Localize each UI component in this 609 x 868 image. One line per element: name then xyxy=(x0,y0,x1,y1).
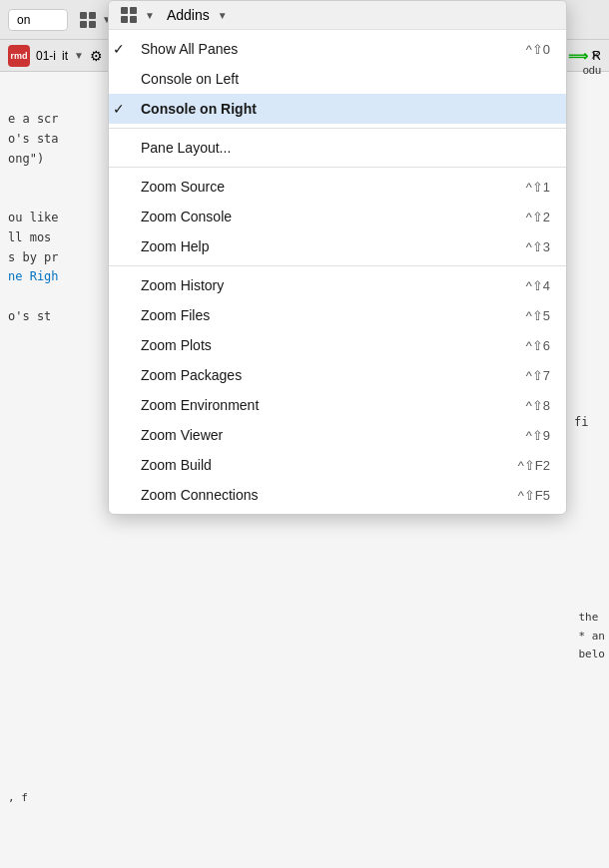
editor-line-6: ou like xyxy=(8,209,59,228)
editor-line-2: o's sta xyxy=(8,130,59,150)
menu-label-zoom-packages: Zoom Packages xyxy=(125,367,506,383)
check-show-all-panes: ✓ xyxy=(113,41,125,57)
shortcut-zoom-console: ^⇧2 xyxy=(526,210,550,224)
menu-label-zoom-viewer: Zoom Viewer xyxy=(125,427,506,443)
shortcut-zoom-packages: ^⇧7 xyxy=(526,368,550,383)
dropdown-grid-chevron[interactable]: ▼ xyxy=(145,10,155,21)
right-line-2: * an xyxy=(579,628,606,647)
shortcut-zoom-source: ^⇧1 xyxy=(526,180,550,195)
menu-item-zoom-build[interactable]: Zoom Build ^⇧F2 xyxy=(109,450,566,480)
menu-label-zoom-connections: Zoom Connections xyxy=(125,487,498,503)
shortcut-zoom-help: ^⇧3 xyxy=(526,239,550,254)
editor-line-8: s by pr xyxy=(8,248,59,268)
separator-3 xyxy=(109,265,566,266)
editor-line-1: e a scr xyxy=(8,110,59,130)
file-tab-label: 01-i xyxy=(36,49,56,63)
menu-label-zoom-history: Zoom History xyxy=(125,277,506,293)
shortcut-zoom-viewer: ^⇧9 xyxy=(526,428,550,443)
dropdown-addins-chevron[interactable]: ▼ xyxy=(218,10,228,21)
menu-item-zoom-help[interactable]: Zoom Help ^⇧3 xyxy=(109,231,566,261)
menu-item-show-all-panes[interactable]: ✓ Show All Panes ^⇧0 xyxy=(109,34,566,64)
editor-line-7: ll mos xyxy=(8,228,59,248)
menu-label-zoom-plots: Zoom Plots xyxy=(125,337,506,353)
menu-item-zoom-connections[interactable]: Zoom Connections ^⇧F5 xyxy=(109,480,566,510)
editor-content: e a scr o's sta ong") ou like ll mos s b… xyxy=(8,110,59,327)
menu-item-pane-layout[interactable]: Pane Layout... xyxy=(109,133,566,163)
shortcut-zoom-environment: ^⇧8 xyxy=(526,398,550,413)
right-arrow-icon: ⟹ xyxy=(568,48,588,64)
menu-label-console-on-left: Console on Left xyxy=(125,71,550,87)
menu-label-zoom-source: Zoom Source xyxy=(125,179,506,195)
shortcut-zoom-plots: ^⇧6 xyxy=(526,338,550,353)
shortcut-zoom-build: ^⇧F2 xyxy=(518,458,550,473)
shortcut-show-all-panes: ^⇧0 xyxy=(526,42,550,57)
bottom-line-1: , f xyxy=(8,789,28,808)
editor-line-3: ong") xyxy=(8,150,59,170)
separator-2 xyxy=(109,167,566,168)
menu-label-zoom-build: Zoom Build xyxy=(125,457,498,473)
menu-item-zoom-source[interactable]: Zoom Source ^⇧1 xyxy=(109,172,566,202)
dropdown-grid-icon[interactable] xyxy=(121,7,137,23)
menu-label-zoom-console: Zoom Console xyxy=(125,209,506,224)
editor-line-5 xyxy=(8,189,59,209)
editor-line-9: ne Righ xyxy=(8,267,59,287)
menu-label-zoom-help: Zoom Help xyxy=(125,238,506,254)
right-sub-label: odu xyxy=(583,64,601,76)
shortcut-zoom-connections: ^⇧F5 xyxy=(518,488,550,503)
menu-label-zoom-files: Zoom Files xyxy=(125,307,506,323)
right-line-3: belo xyxy=(579,646,606,664)
menu-item-zoom-environment[interactable]: Zoom Environment ^⇧8 xyxy=(109,390,566,420)
menu-label-show-all-panes: Show All Panes xyxy=(125,41,506,57)
dropdown-menu: ▼ Addins ▼ ✓ Show All Panes ^⇧0 Console … xyxy=(108,0,567,515)
menu-items-container: ✓ Show All Panes ^⇧0 Console on Left ✓ C… xyxy=(109,30,566,514)
dropdown-addins-label: Addins xyxy=(167,7,210,23)
rstudio-icon: rmd xyxy=(8,45,30,67)
right-line-1: the xyxy=(579,609,606,628)
search-input[interactable] xyxy=(8,9,68,31)
gear-icon[interactable]: ⚙ xyxy=(90,48,103,64)
menu-label-console-on-right: Console on Right xyxy=(125,101,550,117)
dropdown-toolbar: ▼ Addins ▼ xyxy=(109,1,566,30)
menu-item-console-on-right[interactable]: ✓ Console on Right xyxy=(109,94,566,124)
editor-line-11: o's st xyxy=(8,307,59,327)
menu-item-zoom-packages[interactable]: Zoom Packages ^⇧7 xyxy=(109,360,566,390)
check-console-on-right: ✓ xyxy=(113,101,125,117)
menu-label-pane-layout: Pane Layout... xyxy=(125,140,550,156)
menu-item-zoom-history[interactable]: Zoom History ^⇧4 xyxy=(109,270,566,300)
fi-text: fi xyxy=(574,415,609,429)
separator-1 xyxy=(109,128,566,129)
menu-item-console-on-left[interactable]: Console on Left xyxy=(109,64,566,94)
editor-line-4 xyxy=(8,169,59,189)
shortcut-zoom-history: ^⇧4 xyxy=(526,278,550,293)
right-content: the * an belo xyxy=(579,609,606,664)
right-label: R xyxy=(592,49,601,63)
bottom-content: , f xyxy=(8,789,28,808)
edit-chevron-icon[interactable]: ▼ xyxy=(74,50,84,61)
menu-item-zoom-console[interactable]: Zoom Console ^⇧2 xyxy=(109,202,566,231)
menu-item-zoom-viewer[interactable]: Zoom Viewer ^⇧9 xyxy=(109,420,566,450)
menu-label-zoom-environment: Zoom Environment xyxy=(125,397,506,413)
grid-icon[interactable] xyxy=(80,12,96,28)
menu-item-zoom-plots[interactable]: Zoom Plots ^⇧6 xyxy=(109,330,566,360)
shortcut-zoom-files: ^⇧5 xyxy=(526,308,550,323)
edit-label: it xyxy=(62,49,68,63)
right-panel-indicator: ⟹ R xyxy=(568,48,601,64)
editor-line-10 xyxy=(8,287,59,307)
menu-item-zoom-files[interactable]: Zoom Files ^⇧5 xyxy=(109,300,566,330)
